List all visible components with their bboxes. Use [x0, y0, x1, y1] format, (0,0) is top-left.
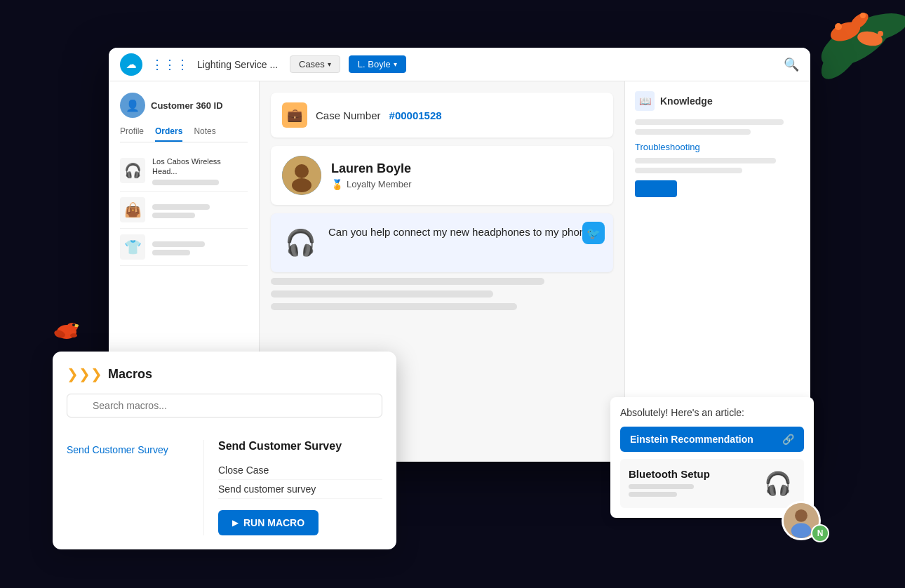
bottom-lines: [271, 278, 613, 310]
knowledge-lines: [635, 119, 800, 135]
svg-point-11: [74, 324, 79, 327]
macros-title: Macros: [108, 367, 152, 382]
browser-topbar: ☁ ⋮⋮⋮ Lighting Service ... Cases ▾ L. Bo…: [109, 48, 810, 81]
bird-decoration: [46, 307, 88, 349]
case-icon: 💼: [282, 102, 307, 128]
order-line-3a: [152, 241, 205, 247]
customer-card: Lauren Boyle 🏅 Loyalty Member: [271, 146, 613, 205]
customer-name: Lauren Boyle: [331, 161, 411, 176]
order-line-3b: [152, 250, 190, 255]
svg-point-3: [828, 18, 863, 45]
einstein-rec-label: Einstein Recommendation: [630, 434, 753, 445]
svg-text:☁: ☁: [126, 59, 136, 70]
cases-nav-tab[interactable]: Cases ▾: [290, 55, 340, 73]
macros-list: Send Customer Survey: [67, 440, 189, 535]
user-nav-tab[interactable]: L. Boyle ▾: [349, 55, 406, 73]
svg-point-22: [791, 523, 812, 538]
run-macro-label: RUN MACRO: [243, 517, 304, 528]
macro-detail-title: Send Customer Survey: [218, 440, 382, 453]
macros-search-input[interactable]: [67, 394, 382, 417]
run-macro-button[interactable]: ▶ RUN MACRO: [218, 510, 319, 535]
svg-point-13: [70, 333, 77, 338]
order-img-2: 👜: [120, 197, 145, 222]
macro-step-1: Close Case: [218, 461, 382, 480]
blue-button-placeholder: [635, 180, 677, 197]
case-number-label: Case Number: [316, 109, 381, 121]
play-icon: ▶: [232, 519, 238, 528]
macros-header: ❯❯❯ Macros: [67, 366, 382, 382]
svg-point-10: [67, 323, 78, 331]
svg-point-4: [857, 29, 884, 48]
macro-detail: Send Customer Survey Close Case Send cus…: [203, 440, 382, 535]
macro-item-send-survey[interactable]: Send Customer Survey: [67, 440, 189, 460]
troubleshoot-link[interactable]: Troubleshooting: [635, 142, 800, 152]
einstein-section: Absolutely! Here's an article: Einstein …: [610, 397, 814, 518]
knowledge-header: 📖 Knowledge: [635, 91, 800, 111]
svg-point-8: [878, 31, 883, 36]
app-name: Lighting Service ...: [197, 59, 281, 70]
svg-point-2: [814, 27, 869, 86]
knowledge-title: Knowledge: [660, 95, 713, 107]
loyalty-text: Loyalty Member: [347, 179, 411, 189]
twitter-icon: 🐦: [582, 222, 605, 244]
order-info-3: [152, 239, 248, 255]
bluetooth-card: Bluetooth Setup 🎧: [620, 459, 804, 508]
svg-point-19: [292, 178, 311, 192]
headphone-product-img: 🎧: [282, 225, 319, 261]
case-number-value: #00001528: [389, 109, 442, 121]
sidebar-tab-orders[interactable]: Orders: [155, 126, 182, 142]
order-line-1: [152, 180, 219, 185]
customer360-title: Customer 360 ID: [151, 100, 223, 111]
einstein-rec-button[interactable]: Einstein Recommendation 🔗: [620, 427, 804, 452]
macros-icon: ❯❯❯: [67, 366, 102, 382]
link-icon: 🔗: [782, 434, 794, 445]
svg-point-21: [795, 509, 807, 522]
bluetooth-lines: [629, 484, 710, 497]
knowledge-icon: 📖: [635, 91, 655, 111]
customer-photo: [282, 156, 321, 195]
macro-step-2: Send customer survey: [218, 480, 382, 499]
sidebar-tab-notes[interactable]: Notes: [194, 126, 215, 142]
customer-info: Lauren Boyle 🏅 Loyalty Member: [331, 161, 411, 190]
order-info-2: [152, 201, 248, 218]
order-line-2b: [152, 213, 195, 218]
search-icon[interactable]: 🔍: [784, 57, 799, 72]
svg-point-14: [72, 323, 75, 326]
macros-panel: ❯❯❯ Macros 🔍 Send Customer Survey Send C…: [53, 352, 396, 549]
svg-point-6: [835, 23, 842, 30]
order-item-3[interactable]: 👕: [120, 229, 248, 266]
search-wrapper: 🔍: [67, 394, 382, 429]
bluetooth-info: Bluetooth Setup: [629, 468, 710, 500]
order-line-2a: [152, 204, 210, 210]
svg-point-18: [295, 164, 309, 178]
order-info-1: Los Cabos Wireless Head...: [152, 156, 248, 185]
case-header: 💼 Case Number #00001528: [271, 93, 613, 138]
svg-point-1: [843, 8, 905, 48]
customer-avatar: 👤: [120, 93, 145, 118]
message-text: Can you help connect my new headphones t…: [328, 225, 602, 241]
order-img-3: 👕: [120, 234, 145, 260]
order-item-1[interactable]: 🎧 Los Cabos Wireless Head...: [120, 151, 248, 192]
loyalty-badge: 🏅 Loyalty Member: [331, 179, 411, 190]
sidebar-tab-profile[interactable]: Profile: [120, 126, 144, 142]
agent-badge: N: [811, 524, 829, 542]
svg-point-9: [57, 325, 76, 339]
message-card: 🎧 Can you help connect my new headphones…: [271, 213, 613, 272]
macros-body: Send Customer Survey Send Customer Surve…: [67, 440, 382, 535]
svg-point-12: [53, 329, 66, 340]
user-chevron-icon: ▾: [394, 60, 397, 68]
order-item-2[interactable]: 👜: [120, 192, 248, 229]
sidebar-tabs: Profile Orders Notes: [120, 126, 248, 142]
knowledge-lines-2: [635, 158, 800, 173]
app-grid-icon[interactable]: ⋮⋮⋮: [151, 57, 189, 72]
svg-point-0: [814, 8, 898, 76]
bluetooth-title: Bluetooth Setup: [629, 468, 710, 480]
svg-point-5: [847, 10, 871, 32]
salesforce-logo: ☁: [120, 53, 142, 76]
customer360-header: 👤 Customer 360 ID: [120, 93, 248, 118]
svg-point-7: [860, 13, 866, 18]
cases-chevron-icon: ▾: [328, 60, 331, 68]
absolutely-text: Absolutely! Here's an article:: [620, 407, 804, 418]
order-name-1: Los Cabos Wireless Head...: [152, 156, 248, 177]
loyalty-icon: 🏅: [331, 179, 343, 190]
